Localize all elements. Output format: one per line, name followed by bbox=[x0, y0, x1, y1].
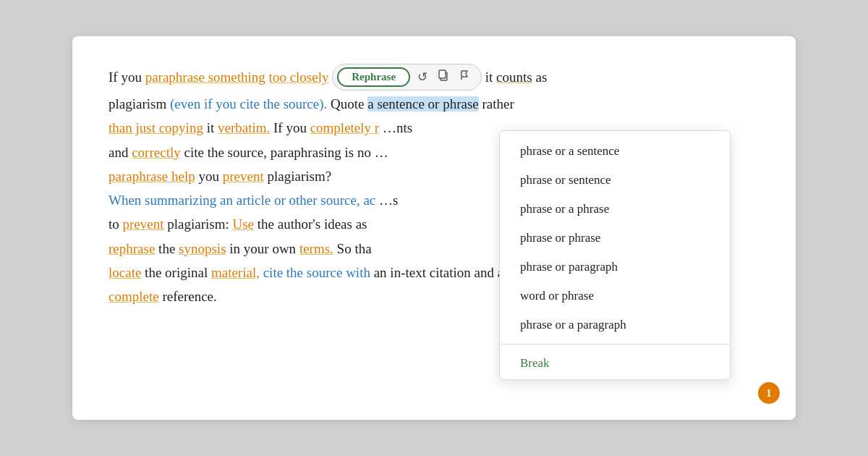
normal-text-as: as bbox=[535, 69, 547, 85]
dropdown-item-6[interactable]: phrase or a paragraph bbox=[500, 311, 730, 339]
selected-phrase: a sentence or phrase bbox=[367, 96, 479, 111]
text-line-7: to prevent plagiarism: Use the author's … bbox=[109, 216, 367, 232]
dropdown-item-2[interactable]: phrase or a phrase bbox=[500, 195, 730, 224]
suggestions-dropdown: phrase or a sentence phrase or sentence … bbox=[499, 130, 731, 380]
paraphrase-help-text: paraphrase help bbox=[109, 169, 195, 184]
verbatim-text: verbatim. bbox=[218, 120, 270, 135]
dropdown-divider bbox=[500, 344, 730, 345]
synopsis-text: synopsis bbox=[179, 241, 226, 256]
highlighted-too-closely: too closely bbox=[269, 69, 329, 85]
text-line-1: If you paraphrase something too closely … bbox=[109, 69, 547, 85]
rephrase-2-text: rephrase bbox=[109, 241, 155, 256]
normal-text-it: it bbox=[485, 69, 496, 85]
text-line-5: paraphrase help you prevent plagiarism? bbox=[109, 169, 331, 184]
plagiarism-text: plagiarism bbox=[109, 96, 170, 111]
rephrase-toolbar: Rephrase ↺ bbox=[332, 64, 482, 90]
prevent-2-text: prevent bbox=[123, 216, 164, 232]
dropdown-item-4[interactable]: phrase or paragraph bbox=[500, 253, 730, 282]
in-your-own-text: in your own bbox=[229, 241, 299, 256]
quote-text: Quote bbox=[331, 96, 367, 111]
completely-text: completely r bbox=[310, 120, 380, 135]
than-copying-text: than just copying bbox=[109, 120, 203, 135]
flag-button[interactable] bbox=[456, 68, 474, 86]
text-line-6: When summarizing an article or other sou… bbox=[109, 193, 398, 208]
to-text: to bbox=[109, 216, 123, 232]
highlighted-paraphrase: paraphrase something bbox=[145, 69, 265, 85]
plagiarism-q-text: plagiarism? bbox=[267, 169, 331, 184]
if-you-text: If you bbox=[273, 120, 310, 135]
flag-icon bbox=[459, 69, 471, 85]
badge-count: 1 bbox=[766, 387, 772, 400]
summarizing-text: When summarizing an article or other sou… bbox=[109, 193, 375, 208]
dropdown-break-item[interactable]: Break bbox=[500, 349, 730, 379]
text-line-2: plagiarism (even if you cite the source)… bbox=[109, 96, 514, 111]
authors-ideas-text: the author's ideas as bbox=[258, 216, 367, 232]
undo-icon: ↺ bbox=[417, 69, 427, 85]
counts-text: counts bbox=[496, 69, 532, 85]
plagiarism-colon-text: plagiarism: bbox=[167, 216, 232, 232]
text-line-10: complete reference. bbox=[109, 289, 217, 304]
you-text: you bbox=[199, 169, 223, 184]
trailing-s: …s bbox=[379, 193, 398, 208]
copy-button[interactable] bbox=[435, 68, 452, 86]
dropdown-item-1[interactable]: phrase or sentence bbox=[500, 166, 730, 195]
trailing-n: … bbox=[375, 145, 388, 160]
so-that-text: So tha bbox=[337, 241, 372, 256]
text-line-3: than just copying it verbatim. If you co… bbox=[109, 120, 412, 135]
dropdown-item-3[interactable]: phrase or phrase bbox=[500, 224, 730, 253]
copy-icon bbox=[438, 69, 449, 85]
cite-source-text: (even if you cite the source). bbox=[170, 96, 327, 111]
main-card: If you paraphrase something too closely … bbox=[72, 36, 796, 420]
dropdown-item-5[interactable]: word or phrase bbox=[500, 282, 730, 311]
in-text-citation: an in-text citation and a bbox=[374, 265, 503, 280]
trailing-nts: …nts bbox=[383, 120, 412, 135]
rephrase-button[interactable]: Rephrase bbox=[337, 67, 410, 87]
and-text: and bbox=[109, 145, 132, 160]
it-text: it bbox=[207, 120, 218, 135]
text-line-9: locate the original material, cite the s… bbox=[109, 265, 503, 280]
locate-text: locate bbox=[109, 265, 141, 280]
terms-text: terms. bbox=[299, 241, 333, 256]
undo-button[interactable]: ↺ bbox=[414, 68, 430, 86]
dropdown-item-0[interactable]: phrase or a sentence bbox=[500, 137, 730, 166]
normal-text: If you bbox=[109, 69, 145, 85]
the-text: the bbox=[158, 241, 179, 256]
correctly-text: correctly bbox=[132, 145, 181, 160]
text-line-8: rephrase the synopsis in your own terms.… bbox=[109, 241, 372, 256]
complete-text: complete bbox=[109, 289, 159, 304]
svg-rect-1 bbox=[439, 70, 446, 78]
text-line-4: and correctly cite the source, paraphras… bbox=[109, 145, 388, 160]
prevent-text: prevent bbox=[223, 169, 264, 184]
original-text: the original bbox=[145, 265, 211, 280]
rather-text: rather bbox=[482, 96, 514, 111]
cite-text: cite the source, paraphrasing is no bbox=[184, 145, 371, 160]
material-text: material, bbox=[211, 265, 260, 280]
notification-badge: 1 bbox=[758, 382, 780, 404]
use-text: Use bbox=[233, 216, 255, 232]
cite-source-2-text: cite the source with bbox=[263, 265, 370, 280]
reference-text: reference. bbox=[162, 289, 216, 304]
